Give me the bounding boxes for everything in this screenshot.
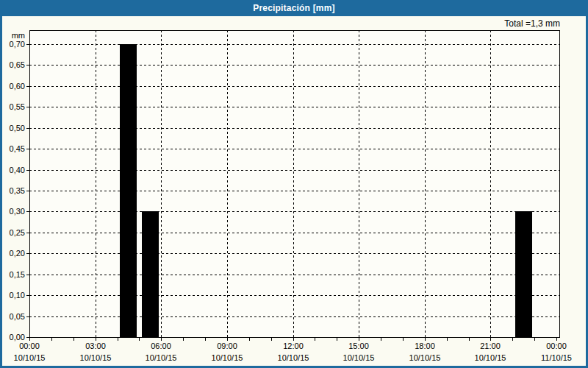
y-axis-label: 0,15 [10,270,25,279]
y-axis-label: 0,45 [10,144,25,153]
y-axis-label: 0,50 [10,124,25,132]
x-axis-time-label: 15:00 [348,342,369,350]
y-axis-label: 0,70 [10,40,25,49]
x-axis-date-label: 10/10/15 [146,353,177,362]
y-axis-label: 0,10 [10,291,25,300]
x-axis-time-label: 18:00 [415,342,435,350]
y-axis-label: 0,60 [10,82,25,91]
plot-area [29,30,559,337]
x-axis-date-label: 10/10/15 [343,353,375,362]
y-axis-label: 0,40 [10,166,25,174]
precipitation-bar-chart: 0,700,650,600,550,500,450,400,350,300,25… [2,16,586,366]
x-axis-time-label: 03:00 [85,342,106,350]
y-axis-label: 0,35 [10,186,25,195]
x-axis-date-label: 10/10/15 [212,353,243,362]
x-axis-date-label: 10/10/15 [475,353,506,362]
x-axis-date-label: 11/10/15 [541,353,572,362]
y-axis-label: 0,55 [10,102,25,111]
y-axis-label: 0,00 [10,333,25,342]
x-axis-date-label: 10/10/15 [80,353,112,362]
x-axis-time-label: 00:00 [546,342,567,350]
precipitation-bar [515,211,532,337]
y-axis-label: 0,65 [10,60,25,69]
chart-window: Precipitación [mm] Total =1,3 mm 0,700,6… [0,0,588,368]
x-axis-date-label: 10/10/15 [278,353,309,362]
x-axis-time-label: 09:00 [217,342,237,350]
precipitation-bar [142,211,159,337]
x-axis-time-label: 12:00 [283,342,304,350]
x-axis-date-label: 10/10/15 [409,353,441,362]
x-axis-time-label: 06:00 [151,342,171,350]
chart-title-bar: Precipitación [mm] [0,0,588,16]
chart-canvas: Total =1,3 mm 0,700,650,600,550,500,450,… [2,16,586,366]
x-axis-time-label: 00:00 [19,342,40,350]
y-axis-label: 0,20 [10,249,25,258]
x-axis-time-label: 21:00 [480,342,501,350]
y-axis-label: 0,25 [10,228,25,237]
precipitation-bar [120,44,137,337]
y-axis-label: 0,05 [10,312,25,321]
y-axis-unit-label: mm [12,31,25,40]
page-title: Precipitación [mm] [253,3,335,13]
x-axis-date-label: 10/10/15 [14,353,46,362]
y-axis-label: 0,30 [10,207,25,216]
